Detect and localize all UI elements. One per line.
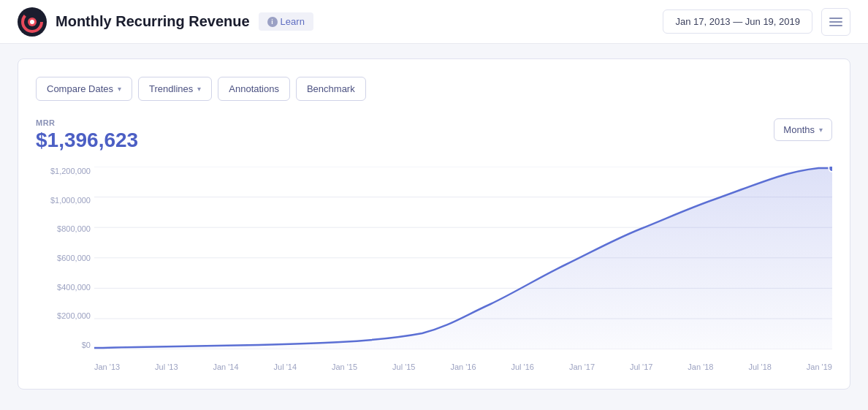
header-left: Monthly Recurring Revenue i Learn [18, 7, 313, 37]
benchmark-label: Benchmark [307, 83, 355, 94]
x-label-jan18: Jan '18 [688, 362, 713, 371]
benchmark-button[interactable]: Benchmark [296, 77, 366, 101]
granularity-label: Months [783, 124, 815, 135]
chevron-down-icon: ▾ [118, 85, 121, 93]
x-label-jul14: Jul '14 [274, 362, 297, 371]
x-label-jan13: Jan '13 [94, 362, 120, 371]
x-label-jan16: Jan '16 [450, 362, 476, 371]
menu-line-3 [829, 25, 842, 26]
y-label-0: $0 [36, 341, 91, 349]
line-chart-svg [94, 167, 832, 349]
x-label-jul16: Jul '16 [511, 362, 533, 371]
granularity-selector[interactable]: Months ▾ [774, 118, 832, 141]
x-label-jul18: Jul '18 [748, 362, 771, 371]
menu-line-1 [829, 18, 842, 19]
y-label-400k: $400,000 [36, 283, 91, 292]
y-label-12m: $1,200,000 [36, 167, 91, 175]
chart-endpoint [829, 167, 832, 172]
annotations-button[interactable]: Annotations [218, 77, 290, 101]
learn-button[interactable]: i Learn [259, 12, 313, 31]
chevron-down-icon: ▾ [819, 126, 823, 134]
chart-section: MRR $1,396,623 Months ▾ $0 $200,000 $400… [36, 118, 832, 371]
chart-toolbar: Compare Dates ▾ Trendlines ▾ Annotations… [36, 77, 832, 101]
y-axis: $0 $200,000 $400,000 $600,000 $800,000 $… [36, 167, 91, 349]
trendlines-label: Trendlines [149, 83, 193, 94]
x-label-jul17: Jul '17 [630, 362, 652, 371]
compare-dates-button[interactable]: Compare Dates ▾ [36, 77, 132, 101]
header-right: Jan 17, 2013 — Jun 19, 2019 [663, 8, 850, 36]
y-label-1m: $1,000,000 [36, 196, 91, 205]
x-label-jul13: Jul '13 [155, 362, 178, 371]
main-card: Compare Dates ▾ Trendlines ▾ Annotations… [18, 58, 850, 390]
y-label-800k: $800,000 [36, 224, 91, 233]
y-label-600k: $600,000 [36, 254, 91, 262]
chevron-down-icon: ▾ [197, 85, 201, 93]
x-axis: Jan '13 Jul '13 Jan '14 Jul '14 Jan '15 … [94, 351, 832, 371]
chart-canvas [94, 167, 832, 349]
learn-label: Learn [281, 16, 305, 27]
date-range-picker[interactable]: Jan 17, 2013 — Jun 19, 2019 [663, 10, 812, 34]
hamburger-menu-button[interactable] [821, 8, 850, 36]
menu-line-2 [829, 21, 842, 23]
svg-point-3 [30, 20, 34, 24]
x-label-jan19: Jan '19 [807, 362, 832, 371]
metric-label: MRR [36, 118, 832, 127]
page-title: Monthly Recurring Revenue [56, 13, 250, 30]
metric-value: $1,396,623 [36, 129, 832, 152]
x-label-jul15: Jul '15 [392, 362, 415, 371]
compare-dates-label: Compare Dates [47, 83, 113, 94]
header: Monthly Recurring Revenue i Learn Jan 17… [0, 0, 868, 44]
x-label-jan15: Jan '15 [332, 362, 357, 371]
chart-wrapper: $0 $200,000 $400,000 $600,000 $800,000 $… [36, 167, 832, 371]
y-label-200k: $200,000 [36, 311, 91, 320]
annotations-label: Annotations [229, 83, 279, 94]
x-label-jan17: Jan '17 [569, 362, 595, 371]
app-logo [18, 7, 47, 37]
trendlines-button[interactable]: Trendlines ▾ [138, 77, 212, 101]
x-label-jan14: Jan '14 [213, 362, 238, 371]
info-icon: i [267, 17, 278, 27]
